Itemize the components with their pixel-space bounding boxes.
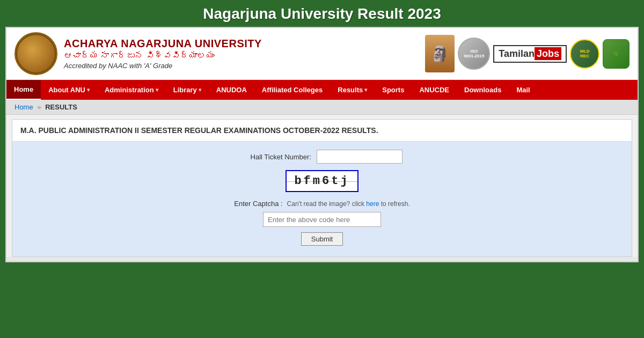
- nav-item-administration[interactable]: Administration ▾: [97, 80, 166, 100]
- captcha-input[interactable]: [263, 212, 381, 227]
- breadcrumb-current: RESULTS: [45, 103, 77, 111]
- chevron-down-icon: ▾: [199, 87, 201, 93]
- nav-item-downloads[interactable]: Downloads: [457, 80, 509, 100]
- captcha-section: bfm6tj: [23, 170, 621, 195]
- chevron-down-icon: ▾: [156, 87, 158, 93]
- header-text: ACHARYA NAGARJUNA UNIVERSITY ఆచార్య నాగా…: [64, 38, 262, 70]
- captcha-input-row: Enter Captcha : Can't read the image? cl…: [23, 200, 621, 208]
- captcha-image: bfm6tj: [286, 170, 358, 192]
- jobs-text: Jobs: [535, 47, 561, 60]
- tamilan-jobs-banner[interactable]: TamilanJobs: [493, 45, 567, 63]
- university-logo: [14, 32, 57, 75]
- hall-ticket-row: Hall Ticket Number:: [23, 150, 621, 164]
- page-title: Nagarjuna University Result 2023: [0, 5, 644, 23]
- nav-bar: Home About ANU ▾ Administration ▾ Librar…: [6, 80, 638, 100]
- uni-name-telugu: ఆచార్య నాగార్జున విశ్వవిద్యాలయం: [64, 51, 262, 61]
- form-title: M.A. PUBLIC ADMINISTRATION II SEMESTER R…: [12, 120, 632, 142]
- form-container: M.A. PUBLIC ADMINISTRATION II SEMESTER R…: [12, 119, 632, 257]
- captcha-refresh-text: Can't read the image? click here to refr…: [287, 200, 410, 208]
- buddha-statue-image: 🗿: [425, 35, 455, 72]
- captcha-refresh-link[interactable]: here: [366, 200, 379, 208]
- header-right: 🗿 ISO 9001-2015 TamilanJobs WLDREC 🌿: [425, 35, 630, 72]
- nav-item-anucde[interactable]: ANUCDE: [412, 80, 457, 100]
- chevron-down-icon: ▾: [364, 87, 367, 93]
- breadcrumb-separator: »: [37, 103, 41, 111]
- page-title-bar: Nagarjuna University Result 2023: [0, 0, 644, 27]
- hall-ticket-label: Hall Ticket Number:: [241, 153, 311, 161]
- iso-badge: ISO 9001-2015: [458, 38, 490, 70]
- chevron-down-icon: ▾: [87, 87, 90, 93]
- submit-button[interactable]: Submit: [301, 232, 343, 246]
- uni-name-english: ACHARYA NAGARJUNA UNIVERSITY: [64, 38, 262, 50]
- nav-item-sports[interactable]: Sports: [375, 80, 412, 100]
- hall-ticket-input[interactable]: [317, 150, 402, 164]
- nav-item-results[interactable]: Results ▾: [330, 80, 375, 100]
- captcha-label: Enter Captcha :: [234, 200, 282, 208]
- nav-item-about[interactable]: About ANU ▾: [41, 80, 97, 100]
- breadcrumb-home-link[interactable]: Home: [14, 103, 33, 111]
- world-record-badge: WLDREC: [570, 39, 599, 69]
- nav-item-library[interactable]: Library ▾: [166, 80, 209, 100]
- nav-item-mail[interactable]: Mail: [509, 80, 537, 100]
- leaf-badge: 🌿: [603, 39, 630, 69]
- site-header: ACHARYA NAGARJUNA UNIVERSITY ఆచార్య నాగా…: [6, 28, 638, 80]
- captcha-code-display: bfm6tj: [294, 174, 349, 188]
- nav-item-home[interactable]: Home: [6, 80, 41, 100]
- breadcrumb: Home » RESULTS: [6, 100, 638, 115]
- nav-item-affiliated[interactable]: Affiliated Colleges: [254, 80, 330, 100]
- accreditation-text: Accredited by NAAC with 'A' Grade: [64, 62, 262, 70]
- main-wrapper: ACHARYA NAGARJUNA UNIVERSITY ఆచార్య నాగా…: [5, 27, 639, 262]
- logo-inner: [17, 35, 55, 72]
- nav-item-anudoa[interactable]: ANUDOA: [209, 80, 254, 100]
- form-body: Hall Ticket Number: bfm6tj Enter Captcha…: [12, 142, 632, 256]
- header-left: ACHARYA NAGARJUNA UNIVERSITY ఆచార్య నాగా…: [14, 32, 262, 75]
- content-area: Home » RESULTS M.A. PUBLIC ADMINISTRATIO…: [6, 100, 638, 257]
